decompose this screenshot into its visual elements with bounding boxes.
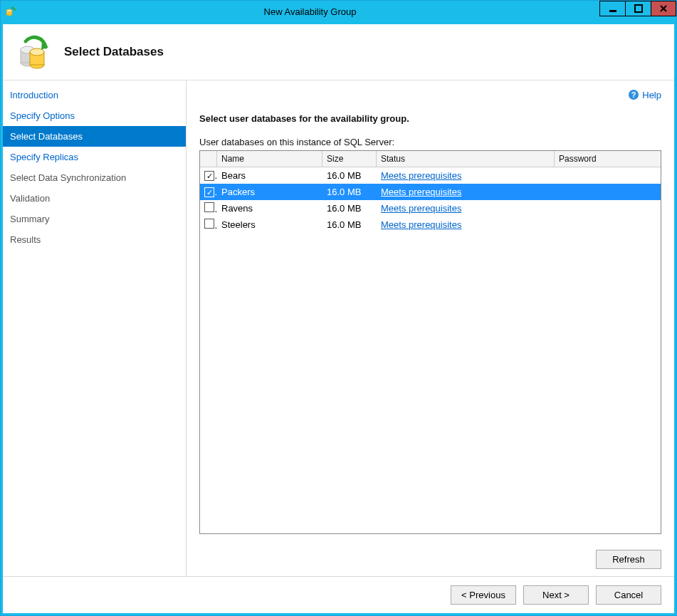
refresh-button[interactable]: Refresh (596, 550, 661, 569)
main-panel: ? Help Select user databases for the ava… (187, 80, 674, 576)
window-body: Select Databases IntroductionSpecify Opt… (1, 22, 676, 615)
window: New Availability Group (0, 0, 677, 616)
help-row: ? Help (199, 89, 661, 100)
grid-header: Name Size Status Password (200, 151, 661, 167)
row-size: 16.0 MB (322, 219, 377, 231)
table-row[interactable]: Steelers16.0 MBMeets prerequisites (200, 216, 661, 233)
row-password (555, 208, 661, 209)
row-status-link[interactable]: Meets prerequisites (381, 203, 461, 214)
wizard-footer: < Previous Next > Cancel (3, 576, 674, 613)
close-button[interactable] (651, 1, 676, 16)
sidebar-item-results: Results (3, 229, 186, 250)
row-status-link[interactable]: Meets prerequisites (381, 219, 461, 230)
row-size: 16.0 MB (322, 186, 377, 198)
previous-button[interactable]: < Previous (451, 585, 516, 605)
row-checkbox[interactable] (204, 171, 214, 181)
row-checkbox[interactable] (204, 219, 214, 229)
row-password (555, 175, 661, 177)
column-header-password[interactable]: Password (555, 151, 661, 167)
row-status-link[interactable]: Meets prerequisites (381, 170, 461, 181)
svg-rect-4 (609, 10, 616, 12)
column-header-status[interactable]: Status (377, 151, 555, 167)
svg-text:?: ? (631, 90, 636, 99)
row-password (555, 192, 661, 193)
instruction-text: Select user databases for the availabili… (199, 113, 661, 124)
app-icon (1, 1, 21, 22)
sidebar-item-summary: Summary (3, 209, 186, 229)
svg-marker-3 (11, 6, 14, 9)
sidebar-item-specify-options[interactable]: Specify Options (3, 105, 186, 126)
sidebar-item-select-data-synchronization: Select Data Synchronization (3, 167, 186, 188)
row-name: Steelers (217, 219, 322, 231)
column-header-check[interactable] (200, 151, 217, 167)
minimize-button[interactable] (599, 1, 625, 16)
table-row[interactable]: Packers16.0 MBMeets prerequisites (200, 184, 661, 200)
row-name: Bears (217, 169, 322, 182)
row-size: 16.0 MB (322, 202, 377, 214)
svg-rect-5 (635, 5, 642, 12)
row-status-link[interactable]: Meets prerequisites (381, 187, 461, 197)
sidebar-item-introduction[interactable]: Introduction (3, 85, 186, 105)
grid-caption: User databases on this instance of SQL S… (199, 137, 661, 147)
row-name: Packers (217, 186, 322, 198)
row-name: Ravens (217, 202, 322, 214)
grid-body: Bears16.0 MBMeets prerequisitesPackers16… (200, 167, 661, 533)
inner-content: Select Databases IntroductionSpecify Opt… (3, 24, 674, 613)
cancel-button[interactable]: Cancel (596, 585, 661, 605)
sidebar-item-specify-replicas[interactable]: Specify Replicas (3, 147, 186, 167)
help-link[interactable]: Help (642, 90, 661, 100)
column-header-size[interactable]: Size (322, 151, 377, 167)
sidebar: IntroductionSpecify OptionsSelect Databa… (3, 80, 187, 576)
table-row[interactable]: Bears16.0 MBMeets prerequisites (200, 167, 661, 184)
page-header: Select Databases (3, 24, 674, 80)
split-area: IntroductionSpecify OptionsSelect Databa… (3, 80, 674, 576)
table-row[interactable]: Ravens16.0 MBMeets prerequisites (200, 200, 661, 216)
below-grid: Refresh (199, 550, 661, 569)
maximize-button[interactable] (625, 1, 651, 16)
svg-point-2 (6, 9, 12, 12)
titlebar: New Availability Group (1, 1, 676, 22)
titlebar-buttons (599, 1, 676, 22)
database-grid: Name Size Status Password Bears16.0 MBMe… (199, 150, 661, 534)
help-icon: ? (628, 89, 639, 100)
page-icon (16, 34, 51, 70)
row-size: 16.0 MB (322, 169, 377, 182)
sidebar-item-validation: Validation (3, 188, 186, 209)
page-title: Select Databases (64, 45, 164, 59)
row-checkbox[interactable] (204, 187, 214, 197)
column-header-name[interactable]: Name (217, 151, 322, 167)
window-title: New Availability Group (21, 6, 599, 17)
next-button[interactable]: Next > (523, 585, 589, 605)
sidebar-item-select-databases[interactable]: Select Databases (3, 126, 186, 147)
row-checkbox[interactable] (204, 202, 214, 212)
row-password (555, 224, 661, 226)
